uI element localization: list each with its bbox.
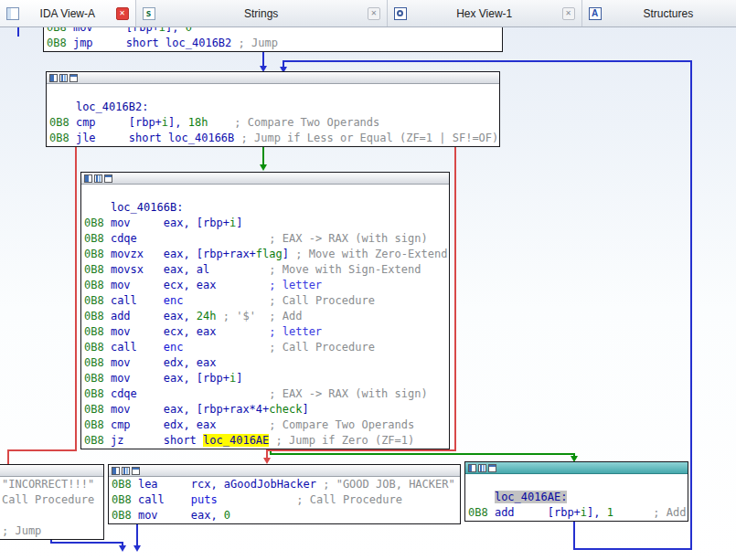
code-line[interactable]: 0B8 mov edx, eax (81, 355, 449, 371)
edge-arrow-loop-taken (260, 164, 267, 171)
edge-loopback (283, 60, 284, 67)
hex-view-tab-icon (394, 7, 407, 20)
node-window-icon[interactable] (468, 464, 476, 472)
edge-loopback (573, 520, 575, 550)
code-line[interactable]: 0B8 cmp [rbp+i], 18h ; Compare Two Opera… (47, 115, 499, 131)
tab-strings[interactable]: s Strings ✕ (136, 0, 388, 26)
code-line[interactable]: "INCORRECT!!!" (0, 477, 103, 492)
code-line[interactable]: ; Jump (0, 523, 103, 539)
edge-jz-taken (270, 453, 575, 455)
tab-label: IDA View-A (25, 7, 111, 20)
ida-window: 0B8 mov [rbp+i], 00B8 jmp short loc_4016… (0, 0, 736, 560)
code-line[interactable]: 0B8 call enc ; Call Procedure (81, 293, 449, 309)
code-line[interactable] (0, 508, 103, 523)
node-window-icon[interactable] (84, 174, 92, 183)
node-chart-icon[interactable] (122, 467, 130, 475)
code-line[interactable]: 0B8 cdqe ; EAX -> RAX (with sign) (81, 386, 449, 402)
tab-hex-view-1[interactable]: Hex View-1 ✕ (388, 0, 582, 26)
node-titlebar[interactable] (109, 465, 460, 477)
graph-node-goodjob[interactable]: 0B8 lea rcx, aGoodJobHacker ; "GOOD JOB,… (108, 464, 461, 524)
graph-node-incorrect[interactable]: "INCORRECT!!!"Call Procedure; Jump (0, 464, 104, 540)
node-chart-icon[interactable] (59, 74, 68, 82)
code-line[interactable]: 0B8 movsx eax, al ; Move with Sign-Exten… (81, 262, 449, 278)
edge-goodjob-exit (136, 522, 138, 545)
code-line[interactable] (465, 474, 688, 490)
code-line[interactable]: 0B8 add eax, 24h ; '$' ; Add (81, 309, 449, 324)
code-line[interactable]: 0B8 jle short loc_40166B ; Jump if Less … (47, 131, 499, 146)
node-frame-icon[interactable] (488, 464, 496, 472)
edge-loop-taken (262, 144, 264, 164)
code-line[interactable]: 0B8 cmp edx, eax ; Compare Two Operands (81, 417, 449, 433)
code-line[interactable]: 0B8 call puts ; Call Procedure (109, 492, 460, 508)
code-line[interactable]: 0B8 add [rbp+i], 1 ; Add (465, 505, 688, 521)
tab-label: Strings (161, 7, 362, 20)
code-line[interactable]: 0B8 jmp short loc_4016B2 ; Jump (44, 36, 502, 51)
tab-label: Hex View-1 (412, 7, 557, 20)
graph-node-loc_4016AE[interactable]: loc_4016AE:0B8 add [rbp+i], 1 ; Add (464, 461, 688, 522)
edge-loopback (283, 60, 692, 62)
code-line[interactable]: loc_40166B: (81, 200, 449, 216)
edge-fallthrough-right (454, 144, 456, 451)
node-window-icon[interactable] (49, 74, 58, 82)
edge-fallthrough-left (7, 449, 77, 451)
structures-tab-icon: A (589, 7, 602, 20)
code-line[interactable]: 0B8 mov eax, [rbp+rax*4+check] (81, 402, 449, 417)
node-titlebar[interactable] (81, 173, 449, 185)
code-line[interactable]: 0B8 movzx eax, [rbp+rax+flag] ; Move wit… (81, 247, 449, 262)
ida-view-tab-icon (6, 7, 19, 20)
close-tab-icon[interactable]: ✕ (368, 7, 380, 20)
code-line[interactable]: loc_4016AE: (465, 490, 688, 505)
tab-ida-view-a[interactable]: IDA View-A ✕ (0, 0, 136, 26)
node-frame-icon[interactable] (69, 74, 78, 82)
code-line[interactable]: 0B8 mov eax, 0 (109, 508, 460, 523)
close-tab-icon[interactable]: ✕ (562, 7, 575, 20)
edge-entry-to-loophead (262, 50, 264, 66)
edge-arrow-goodjob-exit (133, 545, 141, 552)
node-titlebar[interactable] (0, 465, 103, 477)
node-chart-icon[interactable] (94, 174, 102, 183)
tab-structures[interactable]: A Structures (582, 0, 736, 26)
edge-loopback (573, 548, 692, 550)
edge-incorrect-exit (50, 542, 123, 544)
code-line[interactable]: loc_4016B2: (47, 100, 499, 115)
graph-node-loc_4016B2[interactable]: loc_4016B2:0B8 cmp [rbp+i], 18h ; Compar… (46, 71, 500, 147)
code-line[interactable]: 0B8 mov ecx, eax ; letter (81, 324, 449, 340)
code-line[interactable]: 0B8 jz short loc_4016AE ; Jump if Zero (… (81, 433, 449, 449)
node-window-icon[interactable] (112, 467, 120, 475)
graph-node-loc_40166B[interactable]: loc_40166B:0B8 mov eax, [rbp+i]0B8 cdqe … (80, 172, 450, 449)
code-line[interactable]: Call Procedure (0, 492, 103, 508)
graph-canvas[interactable]: 0B8 mov [rbp+i], 00B8 jmp short loc_4016… (0, 0, 736, 560)
edge-fallthrough-right (266, 449, 456, 451)
node-titlebar[interactable] (47, 72, 499, 84)
code-line[interactable]: 0B8 cdqe ; EAX -> RAX (with sign) (81, 231, 449, 247)
code-line[interactable]: 0B8 lea rcx, aGoodJobHacker ; "GOOD JOB,… (109, 477, 460, 492)
node-frame-icon[interactable] (104, 174, 112, 183)
code-line[interactable] (81, 185, 449, 200)
edge-fallthrough-left (75, 144, 77, 451)
strings-tab-icon: s (143, 7, 155, 20)
close-tab-icon[interactable]: ✕ (116, 7, 129, 20)
edge-loopback (690, 60, 692, 550)
code-line[interactable] (47, 84, 499, 100)
edge-left-stub (17, 27, 19, 37)
code-line[interactable]: 0B8 mov eax, [rbp+i] (81, 216, 449, 231)
code-line[interactable]: 0B8 mov ecx, eax ; letter (81, 278, 449, 293)
tab-label: Structures (607, 7, 730, 20)
code-line[interactable]: 0B8 call enc ; Call Procedure (81, 340, 449, 355)
code-line[interactable]: 0B8 mov eax, [rbp+i] (81, 371, 449, 386)
node-chart-icon[interactable] (478, 464, 486, 472)
edge-arrow-fallthrough-right (263, 458, 271, 464)
node-titlebar[interactable] (465, 462, 688, 474)
edge-arrow-incorrect-exit (119, 545, 126, 552)
tab-bar: IDA View-A ✕ s Strings ✕ Hex View-1 ✕ A … (0, 0, 736, 27)
node-frame-icon[interactable] (132, 467, 140, 475)
